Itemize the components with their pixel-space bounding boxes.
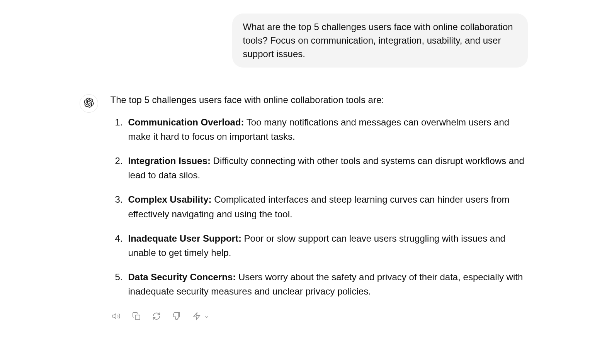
challenge-list: Communication Overload: Too many notific… xyxy=(111,115,528,299)
assistant-message-content: The top 5 challenges users face with onl… xyxy=(111,93,528,323)
challenge-title: Data Security Concerns: xyxy=(128,272,236,282)
challenge-title: Communication Overload: xyxy=(128,117,244,127)
model-switch-group[interactable] xyxy=(191,309,209,323)
user-message-row: What are the top 5 challenges users face… xyxy=(80,14,528,68)
challenge-title: Integration Issues: xyxy=(128,156,211,166)
openai-logo-icon xyxy=(84,98,94,109)
speaker-icon xyxy=(112,312,121,322)
svg-rect-0 xyxy=(135,315,140,320)
user-message-text: What are the top 5 challenges users face… xyxy=(243,22,513,59)
challenge-title: Complex Usability: xyxy=(128,194,212,205)
chat-container: What are the top 5 challenges users face… xyxy=(80,0,528,337)
assistant-avatar xyxy=(80,94,98,113)
challenge-title: Inadequate User Support: xyxy=(128,233,241,244)
read-aloud-button[interactable] xyxy=(111,310,122,323)
list-item: Complex Usability: Complicated interface… xyxy=(115,192,528,221)
thumbs-down-button[interactable] xyxy=(171,310,182,323)
svg-marker-1 xyxy=(193,312,200,319)
list-item: Integration Issues: Difficulty connectin… xyxy=(115,154,528,182)
lightning-icon xyxy=(192,312,201,322)
regenerate-button[interactable] xyxy=(151,310,162,323)
thumbs-down-icon xyxy=(172,312,181,322)
model-switch-button[interactable] xyxy=(191,310,202,323)
list-item: Communication Overload: Too many notific… xyxy=(115,115,528,144)
list-item: Data Security Concerns: Users worry abou… xyxy=(115,270,528,298)
assistant-intro-text: The top 5 challenges users face with onl… xyxy=(111,93,528,107)
message-action-bar xyxy=(111,309,528,323)
assistant-message-row: The top 5 challenges users face with onl… xyxy=(80,93,528,323)
list-item: Inadequate User Support: Poor or slow su… xyxy=(115,231,528,260)
refresh-icon xyxy=(152,312,161,322)
copy-icon xyxy=(132,312,141,322)
user-message-bubble: What are the top 5 challenges users face… xyxy=(232,14,528,68)
chevron-down-icon xyxy=(204,309,209,323)
copy-button[interactable] xyxy=(131,310,142,323)
